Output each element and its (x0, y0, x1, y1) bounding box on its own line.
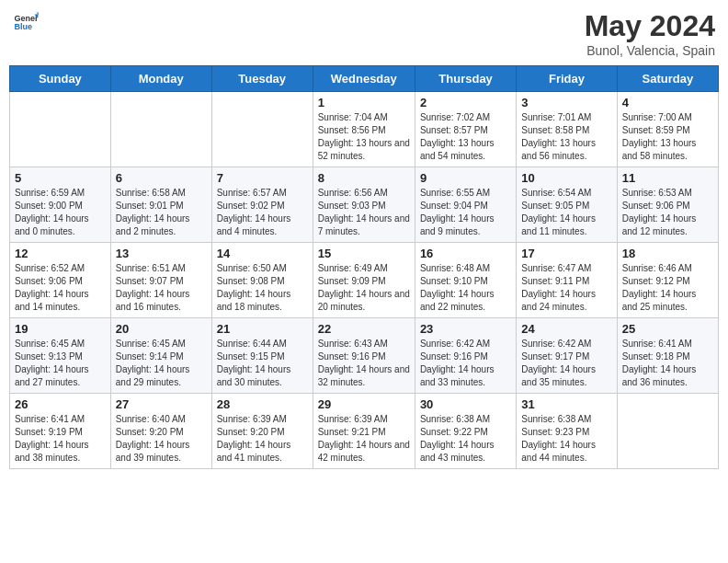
day-number: 3 (521, 96, 611, 109)
day-info: Sunrise: 6:50 AM Sunset: 9:08 PM Dayligh… (217, 262, 308, 314)
day-number: 8 (318, 171, 410, 185)
day-number: 20 (116, 322, 207, 336)
day-info: Sunrise: 6:58 AM Sunset: 9:01 PM Dayligh… (116, 187, 207, 238)
calendar-day-24: 24Sunrise: 6:42 AM Sunset: 9:17 PM Dayli… (517, 318, 617, 394)
day-info: Sunrise: 6:55 AM Sunset: 9:04 PM Dayligh… (420, 187, 511, 238)
day-header-saturday: Saturday (617, 66, 718, 92)
day-number: 30 (420, 397, 511, 411)
day-info: Sunrise: 6:57 AM Sunset: 9:02 PM Dayligh… (217, 187, 308, 238)
day-number: 14 (217, 247, 308, 260)
calendar-day-8: 8Sunrise: 6:56 AM Sunset: 9:03 PM Daylig… (313, 167, 415, 243)
day-info: Sunrise: 6:48 AM Sunset: 9:10 PM Dayligh… (420, 262, 511, 314)
day-info: Sunrise: 6:52 AM Sunset: 9:06 PM Dayligh… (15, 262, 106, 314)
day-info: Sunrise: 7:01 AM Sunset: 8:58 PM Dayligh… (521, 111, 611, 163)
day-header-tuesday: Tuesday (211, 66, 313, 92)
day-info: Sunrise: 6:59 AM Sunset: 9:00 PM Dayligh… (15, 187, 106, 238)
day-number: 2 (420, 96, 511, 109)
day-number: 10 (521, 171, 611, 185)
calendar-day-4: 4Sunrise: 7:00 AM Sunset: 8:59 PM Daylig… (617, 92, 718, 167)
logo: General Blue (13, 9, 39, 35)
day-number: 24 (521, 322, 611, 336)
calendar-day-23: 23Sunrise: 6:42 AM Sunset: 9:16 PM Dayli… (415, 318, 516, 394)
day-number: 5 (15, 171, 106, 185)
day-info: Sunrise: 6:39 AM Sunset: 9:21 PM Dayligh… (318, 413, 410, 465)
day-number: 15 (318, 247, 410, 260)
title-block: May 2024 Bunol, Valencia, Spain (585, 9, 715, 58)
day-info: Sunrise: 6:38 AM Sunset: 9:22 PM Dayligh… (420, 413, 511, 465)
calendar-day-16: 16Sunrise: 6:48 AM Sunset: 9:10 PM Dayli… (415, 243, 516, 318)
calendar-week-row: 5Sunrise: 6:59 AM Sunset: 9:00 PM Daylig… (10, 167, 719, 243)
day-number: 1 (318, 96, 410, 109)
day-info: Sunrise: 6:42 AM Sunset: 9:17 PM Dayligh… (521, 338, 611, 389)
location-subtitle: Bunol, Valencia, Spain (585, 43, 715, 58)
calendar-day-18: 18Sunrise: 6:46 AM Sunset: 9:12 PM Dayli… (617, 243, 718, 318)
calendar-day-25: 25Sunrise: 6:41 AM Sunset: 9:18 PM Dayli… (617, 318, 718, 394)
day-number: 25 (622, 322, 713, 336)
calendar-day-9: 9Sunrise: 6:55 AM Sunset: 9:04 PM Daylig… (415, 167, 516, 243)
svg-text:Blue: Blue (14, 22, 32, 31)
day-info: Sunrise: 6:45 AM Sunset: 9:13 PM Dayligh… (15, 338, 106, 389)
day-info: Sunrise: 6:42 AM Sunset: 9:16 PM Dayligh… (420, 338, 511, 389)
calendar-day-1: 1Sunrise: 7:04 AM Sunset: 8:56 PM Daylig… (313, 92, 415, 167)
calendar-day-15: 15Sunrise: 6:49 AM Sunset: 9:09 PM Dayli… (313, 243, 415, 318)
day-info: Sunrise: 6:51 AM Sunset: 9:07 PM Dayligh… (116, 262, 207, 314)
day-number: 19 (15, 322, 106, 336)
calendar-table: SundayMondayTuesdayWednesdayThursdayFrid… (9, 65, 719, 469)
day-info: Sunrise: 6:54 AM Sunset: 9:05 PM Dayligh… (521, 187, 611, 238)
day-header-wednesday: Wednesday (313, 66, 415, 92)
calendar-day-14: 14Sunrise: 6:50 AM Sunset: 9:08 PM Dayli… (211, 243, 313, 318)
day-info: Sunrise: 6:46 AM Sunset: 9:12 PM Dayligh… (622, 262, 713, 314)
calendar-day-7: 7Sunrise: 6:57 AM Sunset: 9:02 PM Daylig… (211, 167, 313, 243)
calendar-week-row: 19Sunrise: 6:45 AM Sunset: 9:13 PM Dayli… (10, 318, 719, 394)
day-info: Sunrise: 6:49 AM Sunset: 9:09 PM Dayligh… (318, 262, 410, 314)
day-number: 18 (622, 247, 713, 260)
calendar-day-28: 28Sunrise: 6:39 AM Sunset: 9:20 PM Dayli… (211, 394, 313, 469)
day-number: 26 (15, 397, 106, 411)
day-number: 21 (217, 322, 308, 336)
svg-text:General: General (14, 14, 39, 23)
day-number: 7 (217, 171, 308, 185)
empty-cell (110, 92, 211, 167)
day-header-thursday: Thursday (415, 66, 516, 92)
calendar-day-17: 17Sunrise: 6:47 AM Sunset: 9:11 PM Dayli… (517, 243, 617, 318)
calendar-header-row: SundayMondayTuesdayWednesdayThursdayFrid… (10, 66, 719, 92)
day-header-friday: Friday (517, 66, 617, 92)
calendar-day-31: 31Sunrise: 6:38 AM Sunset: 9:23 PM Dayli… (517, 394, 617, 469)
day-info: Sunrise: 7:04 AM Sunset: 8:56 PM Dayligh… (318, 111, 410, 163)
page-header: General Blue May 2024 Bunol, Valencia, S… (9, 9, 719, 58)
day-info: Sunrise: 7:00 AM Sunset: 8:59 PM Dayligh… (622, 111, 713, 163)
day-header-monday: Monday (110, 66, 211, 92)
empty-cell (10, 92, 111, 167)
calendar-day-11: 11Sunrise: 6:53 AM Sunset: 9:06 PM Dayli… (617, 167, 718, 243)
calendar-day-26: 26Sunrise: 6:41 AM Sunset: 9:19 PM Dayli… (10, 394, 111, 469)
day-header-sunday: Sunday (10, 66, 111, 92)
day-number: 29 (318, 397, 410, 411)
day-number: 27 (116, 397, 207, 411)
day-number: 23 (420, 322, 511, 336)
calendar-day-3: 3Sunrise: 7:01 AM Sunset: 8:58 PM Daylig… (517, 92, 617, 167)
calendar-day-22: 22Sunrise: 6:43 AM Sunset: 9:16 PM Dayli… (313, 318, 415, 394)
calendar-week-row: 26Sunrise: 6:41 AM Sunset: 9:19 PM Dayli… (10, 394, 719, 469)
month-year-title: May 2024 (585, 9, 715, 43)
calendar-day-30: 30Sunrise: 6:38 AM Sunset: 9:22 PM Dayli… (415, 394, 516, 469)
calendar-day-2: 2Sunrise: 7:02 AM Sunset: 8:57 PM Daylig… (415, 92, 516, 167)
calendar-day-27: 27Sunrise: 6:40 AM Sunset: 9:20 PM Dayli… (110, 394, 211, 469)
day-number: 22 (318, 322, 410, 336)
calendar-day-13: 13Sunrise: 6:51 AM Sunset: 9:07 PM Dayli… (110, 243, 211, 318)
logo-icon: General Blue (13, 9, 39, 35)
calendar-day-6: 6Sunrise: 6:58 AM Sunset: 9:01 PM Daylig… (110, 167, 211, 243)
day-number: 28 (217, 397, 308, 411)
day-number: 11 (622, 171, 713, 185)
calendar-day-20: 20Sunrise: 6:45 AM Sunset: 9:14 PM Dayli… (110, 318, 211, 394)
day-info: Sunrise: 6:44 AM Sunset: 9:15 PM Dayligh… (217, 338, 308, 389)
day-number: 9 (420, 171, 511, 185)
day-number: 12 (15, 247, 106, 260)
calendar-day-12: 12Sunrise: 6:52 AM Sunset: 9:06 PM Dayli… (10, 243, 111, 318)
day-info: Sunrise: 6:38 AM Sunset: 9:23 PM Dayligh… (521, 413, 611, 465)
day-number: 16 (420, 247, 511, 260)
day-info: Sunrise: 7:02 AM Sunset: 8:57 PM Dayligh… (420, 111, 511, 163)
day-info: Sunrise: 6:43 AM Sunset: 9:16 PM Dayligh… (318, 338, 410, 389)
day-info: Sunrise: 6:56 AM Sunset: 9:03 PM Dayligh… (318, 187, 410, 238)
calendar-day-10: 10Sunrise: 6:54 AM Sunset: 9:05 PM Dayli… (517, 167, 617, 243)
empty-cell (617, 394, 718, 469)
